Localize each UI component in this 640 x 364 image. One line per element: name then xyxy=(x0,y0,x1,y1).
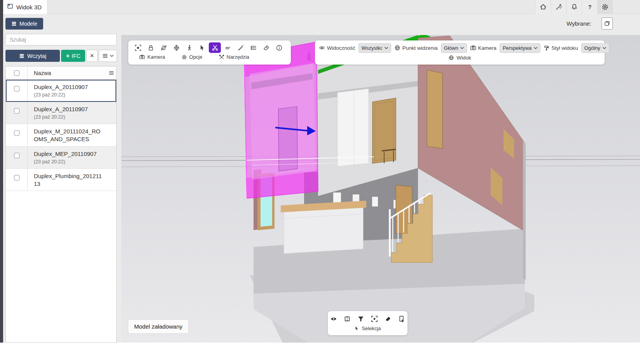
zoom-extents-button[interactable] xyxy=(132,42,144,53)
cube-button[interactable] xyxy=(170,42,182,53)
viewpoint-dropdown[interactable]: Główny xyxy=(441,43,467,53)
svg-text:?: ? xyxy=(588,4,591,10)
view-controls-row: Widoczność Wszystko Punkt widzenia Główn… xyxy=(315,40,605,54)
levels-button[interactable] xyxy=(247,42,259,53)
view-toolbar: Widoczność Wszystko Punkt widzenia Główn… xyxy=(315,40,605,65)
column-menu-button[interactable] xyxy=(106,70,116,76)
3d-viewport[interactable]: m² xyxy=(121,35,640,343)
eraser-button[interactable] xyxy=(260,42,272,53)
visibility-group[interactable]: Widoczność xyxy=(319,45,355,51)
tab-widok-3d[interactable]: Widok 3D xyxy=(3,0,47,14)
tools-subrow: Kamera Opcje Narzędzia xyxy=(128,53,291,60)
section-box-icon xyxy=(344,315,351,322)
clear-selection-button[interactable] xyxy=(383,313,394,324)
selection-mode-label: Selekcja xyxy=(362,326,381,331)
row-checkbox[interactable] xyxy=(14,175,19,180)
models-button[interactable]: Modele xyxy=(5,18,43,30)
filter-button[interactable] xyxy=(355,313,366,324)
select-button[interactable] xyxy=(196,42,208,53)
tools-toolbar: m² xyxy=(128,40,291,65)
chevron-down-icon xyxy=(110,54,114,57)
selection-tools-row xyxy=(328,311,407,324)
select-document-button[interactable] xyxy=(396,313,407,324)
home-button[interactable] xyxy=(535,0,551,14)
tools-menu-button[interactable]: Narzędzia xyxy=(219,54,250,60)
row-checkbox[interactable] xyxy=(14,86,19,91)
camera-menu-button[interactable]: Kamera xyxy=(139,54,165,60)
model-date: (23 paź 20:22) xyxy=(34,159,112,164)
walk-button[interactable] xyxy=(183,42,195,53)
model-name: Duplex_A_20110907 xyxy=(34,83,105,91)
compass-icon xyxy=(394,45,400,51)
help-button[interactable]: ? xyxy=(582,0,597,14)
3d-scene[interactable] xyxy=(121,35,640,343)
options-menu-label: Opcje xyxy=(189,54,203,60)
table-row[interactable]: Duplex_A_20110907 (23 paź 20:22) xyxy=(6,80,116,102)
status-message: Model załadowany xyxy=(128,320,188,333)
filter-icon xyxy=(357,315,364,322)
models-button-label: Modele xyxy=(19,21,37,27)
model-name: Duplex_A_20110907 xyxy=(34,105,105,113)
lock-button[interactable] xyxy=(145,42,157,53)
focus-button[interactable] xyxy=(369,313,380,324)
camera-dropdown[interactable]: Perspektywa xyxy=(500,43,540,53)
settings-button[interactable] xyxy=(597,0,613,14)
visibility-label: Widoczność xyxy=(327,45,355,51)
selection-toolbar: Selekcja xyxy=(328,311,407,335)
globe-icon xyxy=(448,55,454,61)
select-document-icon xyxy=(398,315,405,322)
load-button[interactable]: Wczytaj xyxy=(5,50,60,62)
models-table-header: Nazwa xyxy=(6,66,116,80)
viewpoint-value: Główny xyxy=(444,45,458,51)
table-row[interactable]: Duplex_Plumbing_20121113 xyxy=(6,169,116,191)
selection-panel-toggle[interactable] xyxy=(602,18,613,30)
magic-wand-icon xyxy=(555,4,562,10)
view-menu-label: Widok xyxy=(456,55,471,61)
row-checkbox[interactable] xyxy=(14,153,19,158)
notifications-button[interactable] xyxy=(566,0,582,14)
model-name: Duplex_Plumbing_20121113 xyxy=(34,172,105,188)
clear-selection-icon xyxy=(385,315,392,322)
row-checkbox[interactable] xyxy=(14,130,19,136)
focus-icon xyxy=(371,315,378,322)
hamburger-icon xyxy=(102,53,108,59)
row-checkbox[interactable] xyxy=(14,108,19,114)
visibility-eye-icon xyxy=(330,315,337,322)
tools-row: m² xyxy=(128,40,291,53)
magic-wand-button[interactable] xyxy=(551,0,566,14)
select-all-checkbox[interactable] xyxy=(14,70,19,76)
view-style-group[interactable]: Styl widoku xyxy=(544,45,578,51)
table-row[interactable]: Duplex_MEP_20110907 (23 paź 20:22) xyxy=(6,147,116,169)
clip-disable-button[interactable] xyxy=(157,42,170,53)
camera-label: Kamera xyxy=(478,45,497,51)
visibility-toggle-button[interactable] xyxy=(328,313,339,324)
selection-mode-button[interactable]: Selekcja xyxy=(328,324,407,331)
ifc-button-label: IFC xyxy=(72,53,80,59)
view-menu-button[interactable]: Widok xyxy=(315,54,605,61)
measure-length-button[interactable] xyxy=(234,42,247,53)
measure-area-button[interactable]: m² xyxy=(222,42,234,53)
camera-group[interactable]: Kamera xyxy=(470,45,497,51)
section-cut-button[interactable] xyxy=(209,42,221,53)
table-row[interactable]: Duplex_A_20110907 (23 paź 20:22) xyxy=(6,102,116,124)
chevron-down-icon xyxy=(460,47,464,49)
clip-disabled-icon xyxy=(160,44,167,51)
options-menu-button[interactable]: Opcje xyxy=(182,54,203,60)
camera-icon xyxy=(139,54,145,60)
add-ifc-button[interactable]: + IFC xyxy=(61,50,85,62)
info-button[interactable] xyxy=(273,42,285,53)
list-menu-button[interactable] xyxy=(99,50,117,62)
section-box-button[interactable] xyxy=(341,313,353,324)
close-icon: × xyxy=(90,52,94,60)
svg-text:m²: m² xyxy=(225,46,230,50)
visibility-dropdown[interactable]: Wszystko xyxy=(358,43,391,53)
visibility-value: Wszystko xyxy=(362,45,382,51)
viewpoint-group[interactable]: Punkt widzenia xyxy=(394,45,438,51)
measure-area-icon: m² xyxy=(224,44,231,51)
table-row[interactable]: Duplex_M_20111024_ROOMS_AND_SPACES xyxy=(6,124,116,147)
search-input[interactable] xyxy=(5,34,117,46)
chevron-down-icon xyxy=(603,47,606,49)
model-name: Duplex_M_20111024_ROOMS_AND_SPACES xyxy=(34,128,105,144)
clear-models-button[interactable]: × xyxy=(86,50,98,62)
view-style-dropdown[interactable]: Ogólny xyxy=(581,43,609,53)
